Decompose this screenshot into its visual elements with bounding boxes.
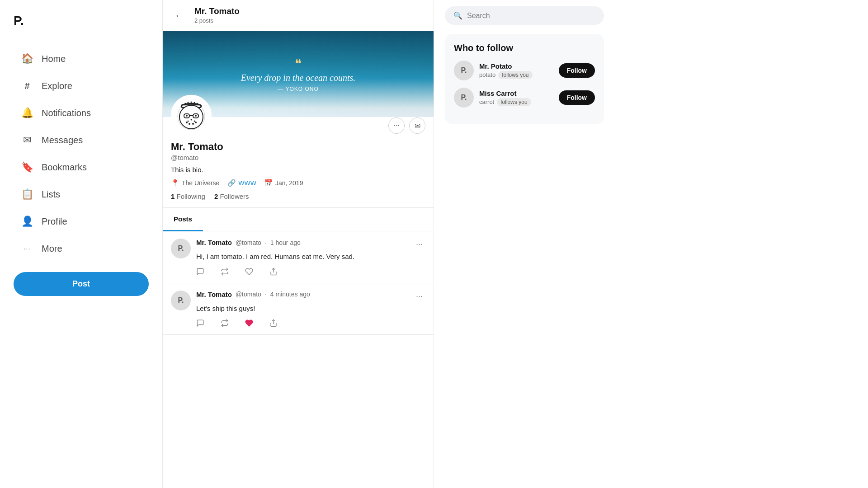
post-content: Mr. Tomato @tomato · 1 hour ago ··· Hi, … [196,239,425,276]
post-author-name: Mr. Tomato [196,239,232,246]
svg-point-6 [194,102,195,103]
svg-point-18 [195,122,197,123]
post-text: Let's ship this guys! [196,304,425,314]
explore-icon: # [21,80,33,92]
suggestion-handle-row: carrot follows you [479,98,553,106]
suggestion-avatar: P. [454,88,474,108]
profile-icon: 👤 [21,215,33,228]
following-count: 1 [171,192,175,200]
post-timestamp: 1 hour ago [270,239,301,246]
followers-label: Followers [220,192,249,200]
sidebar-item-explore[interactable]: # Explore [14,73,149,99]
website-link[interactable]: WWW [238,179,256,187]
followers-stat[interactable]: 2 Followers [214,192,249,200]
suggestion-handle-row: potato follows you [479,71,553,79]
suggestion-handle: carrot [479,99,494,105]
who-to-follow-section: Who to follow P. Mr. Potato potato follo… [445,34,604,124]
post-button[interactable]: Post [14,272,149,296]
post-time: · [265,291,267,298]
sidebar-item-notifications-label: Notifications [42,108,91,118]
profile-website: 🔗 WWW [227,179,256,187]
share-button[interactable] [269,319,278,327]
profile-bio: This is bio. [171,166,425,174]
like-button[interactable] [245,319,253,327]
svg-point-3 [185,103,186,104]
more-icon: ··· [21,242,33,255]
repost-button[interactable] [221,319,229,327]
location-text: The Universe [182,179,219,187]
home-icon: 🏠 [21,52,33,65]
profile-name-header: Mr. Tomato [194,6,240,16]
search-input[interactable] [467,12,595,20]
svg-point-7 [197,103,198,104]
repost-button[interactable] [221,267,229,276]
svg-point-12 [186,115,188,117]
follow-button[interactable]: Follow [559,63,595,78]
quote-mark-icon: ❝ [241,56,356,71]
post-text: Hi, I am tomato. I am red. Humans eat me… [196,252,425,262]
comment-button[interactable] [196,319,204,327]
calendar-icon: 📅 [264,179,273,187]
profile-actions: ··· ✉ [388,117,425,136]
post-actions [196,267,425,276]
following-stat[interactable]: 1 Following [171,192,205,200]
post-header: Mr. Tomato @tomato · 4 minutes ago ··· [196,291,425,302]
back-button[interactable]: ← [171,7,187,23]
sidebar-item-more[interactable]: ··· More [14,236,149,261]
svg-point-19 [188,121,189,122]
sidebar-item-messages[interactable]: ✉ Messages [14,127,149,153]
post-author-name: Mr. Tomato [196,291,232,298]
post-item: P. Mr. Tomato @tomato · 1 hour ago ··· H… [163,231,434,283]
post-time: · [265,239,267,246]
sidebar-item-lists[interactable]: 📋 Lists [14,182,149,207]
post-author-avatar: P. [171,291,191,310]
svg-point-4 [188,102,189,103]
right-panel: 🔍 Who to follow P. Mr. Potato potato fol… [434,0,615,488]
suggestion-avatar: P. [454,61,474,80]
post-author-handle: @tomato [236,291,261,298]
sidebar-item-messages-label: Messages [42,135,83,145]
suggestion-info: Miss Carrot carrot follows you [479,89,553,106]
post-more-button[interactable]: ··· [413,239,425,250]
profile-display-name: Mr. Tomato [171,141,425,153]
sidebar-item-notifications[interactable]: 🔔 Notifications [14,100,149,126]
follows-you-badge: follows you [497,98,531,106]
sidebar-item-home[interactable]: 🏠 Home [14,46,149,71]
profile-info-section: ··· ✉ Mr. Tomato @tomato This is bio. 📍 … [163,115,434,208]
svg-point-17 [192,123,194,125]
like-button[interactable] [245,267,253,276]
follow-button[interactable]: Follow [559,90,595,105]
svg-point-16 [189,123,190,125]
sidebar-item-lists-label: Lists [42,189,60,200]
more-options-button[interactable]: ··· [388,117,405,134]
profile-avatar [171,95,212,136]
sidebar-item-bookmarks[interactable]: 🔖 Bookmarks [14,155,149,180]
message-button[interactable]: ✉ [409,117,425,134]
banner-quote: ❝ Every drop in the ocean counts. — YOKO… [241,56,356,92]
post-more-button[interactable]: ··· [413,291,425,302]
link-icon: 🔗 [227,179,236,187]
tab-posts[interactable]: Posts [163,208,203,231]
post-author-info: Mr. Tomato @tomato · 4 minutes ago [196,291,310,298]
joined-date: Jan, 2019 [275,179,303,187]
suggestion-info: Mr. Potato potato follows you [479,62,553,79]
list-icon: 📋 [21,188,33,201]
svg-point-8 [179,105,203,129]
sidebar-item-profile[interactable]: 👤 Profile [14,209,149,234]
follow-suggestion-item: P. Mr. Potato potato follows you Follow [454,61,595,80]
share-button[interactable] [269,267,278,276]
svg-point-13 [195,115,197,117]
sidebar-nav: 🏠 Home # Explore 🔔 Notifications ✉ Messa… [14,46,149,263]
bookmark-icon: 🔖 [21,161,33,174]
sidebar-item-explore-label: Explore [42,81,72,91]
suggestion-name: Miss Carrot [479,89,553,97]
post-item: P. Mr. Tomato @tomato · 4 minutes ago ··… [163,283,434,335]
profile-tabs: Posts [163,208,434,231]
quote-attribution: — YOKO ONO [241,86,356,92]
svg-point-5 [191,102,192,103]
comment-button[interactable] [196,267,204,276]
sidebar-item-home-label: Home [42,54,66,64]
sidebar-item-profile-label: Profile [42,216,67,227]
followers-count: 2 [214,192,218,200]
follow-suggestion-item: P. Miss Carrot carrot follows you Follow [454,88,595,108]
